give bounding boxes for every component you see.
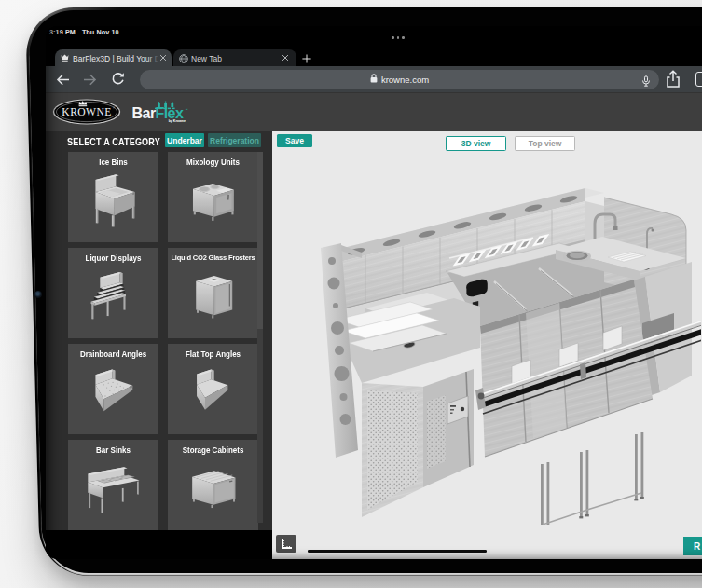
view-3d-button[interactable]: 3D view	[446, 136, 506, 151]
tab-close-icon[interactable]	[159, 54, 167, 62]
sidebar-tabs: Underbar Refrigeration	[165, 133, 261, 147]
tab-underbar[interactable]: Underbar	[165, 133, 204, 147]
flat-top-angles-image	[176, 360, 250, 420]
design-canvas[interactable]: Save 3D view Top view	[272, 131, 702, 559]
krowne-brand-text: KROWNE	[62, 106, 111, 118]
category-label: Mixology Units	[171, 157, 255, 167]
crown-favicon-icon	[61, 54, 69, 63]
bar-sinks-image	[76, 456, 150, 516]
tab-title: BarFlex3D | Build Your D	[73, 54, 158, 63]
category-storage-cabinets[interactable]: Storage Cabinets	[168, 440, 258, 530]
browser-toolbar: krowne.com	[46, 66, 702, 92]
scale-bar	[308, 550, 487, 553]
sidebar-title: SELECT A CATEGORY	[67, 136, 160, 147]
category-bar-sinks[interactable]: Bar Sinks	[68, 440, 158, 530]
tab-strip: BarFlex3D | Build Your D New Tab	[46, 45, 702, 66]
status-bar: 3:19 PMThu Nov 10	[46, 26, 702, 45]
status-clock: 3:19 PMThu Nov 10	[49, 28, 119, 36]
back-icon[interactable]	[55, 72, 71, 88]
category-sidebar: SELECT A CATEGORY Underbar Refrigeration…	[46, 131, 272, 530]
bar-3d-model[interactable]	[310, 171, 701, 525]
category-liquor-displays[interactable]: Liquor Displays	[68, 248, 158, 338]
category-mixology-units[interactable]: Mixology Units	[168, 152, 258, 242]
new-tab-button[interactable]	[301, 51, 313, 63]
sidebar-scrollbar[interactable]	[257, 152, 263, 523]
lock-icon	[370, 74, 378, 85]
byline-text: by Krowne	[169, 119, 186, 123]
krowne-logo: KROWNE ®	[52, 98, 121, 130]
globe-favicon-icon	[179, 54, 188, 65]
tab-title: New Tab	[191, 54, 283, 63]
request-button[interactable]: R	[683, 537, 702, 555]
category-label: Storage Cabinets	[171, 445, 255, 455]
forward-icon[interactable]	[82, 72, 98, 88]
status-date: Thu Nov 10	[82, 28, 119, 36]
site-header: KROWNE ® Bar Flex ™ by Krowne	[46, 92, 702, 131]
tab-new-tab[interactable]: New Tab	[173, 49, 296, 66]
status-time: 3:19 PM	[49, 28, 76, 36]
reload-icon[interactable]	[110, 72, 126, 88]
screen: 3:19 PMThu Nov 10 BarFlex3D | Build Your…	[46, 26, 702, 559]
barflex-logo: Bar Flex ™ by Krowne	[132, 101, 188, 123]
liquor-displays-image	[76, 264, 150, 324]
view-top-button[interactable]: Top view	[515, 136, 575, 151]
tab-refrigeration[interactable]: Refrigeration	[208, 133, 261, 147]
scrollbar-thumb[interactable]	[257, 152, 263, 329]
tab-barflex3d[interactable]: BarFlex3D | Build Your D	[55, 49, 172, 66]
mic-icon[interactable]	[640, 74, 652, 85]
tab-switcher-icon[interactable]	[695, 72, 702, 87]
trademark-mark: ™	[186, 108, 188, 112]
category-drainboard-angles[interactable]: Drainboard Angles	[68, 344, 158, 434]
drainboard-angles-image	[76, 360, 150, 420]
wordmark-bar-text: Bar	[132, 105, 156, 121]
share-icon[interactable]	[664, 70, 682, 89]
mixology-units-image	[176, 168, 250, 228]
ice-bins-image	[76, 168, 150, 228]
category-label: Drainboard Angles	[71, 349, 156, 359]
category-label: Liquid CO2 Glass Frosters	[171, 253, 255, 262]
storage-cabinets-image	[176, 456, 250, 516]
category-glass-frosters[interactable]: Liquid CO2 Glass Frosters	[168, 248, 258, 338]
address-text: krowne.com	[381, 75, 429, 85]
category-label: Ice Bins	[71, 157, 156, 167]
glass-frosters-image	[176, 264, 250, 324]
category-ice-bins[interactable]: Ice Bins	[68, 152, 158, 242]
category-flat-top-angles[interactable]: Flat Top Angles	[168, 344, 258, 434]
save-button[interactable]: Save	[277, 134, 312, 147]
address-bar[interactable]: krowne.com	[140, 70, 659, 89]
category-label: Bar Sinks	[71, 445, 156, 455]
front-camera	[34, 291, 42, 298]
view-toggle: 3D view Top view	[446, 136, 575, 151]
tab-close-icon[interactable]	[282, 54, 289, 62]
dimension-tool-button[interactable]	[276, 535, 296, 553]
category-label: Flat Top Angles	[171, 349, 255, 359]
page-content: SELECT A CATEGORY Underbar Refrigeration…	[46, 131, 702, 559]
multitask-dots-icon	[392, 36, 406, 39]
category-label: Liquor Displays	[71, 253, 156, 263]
